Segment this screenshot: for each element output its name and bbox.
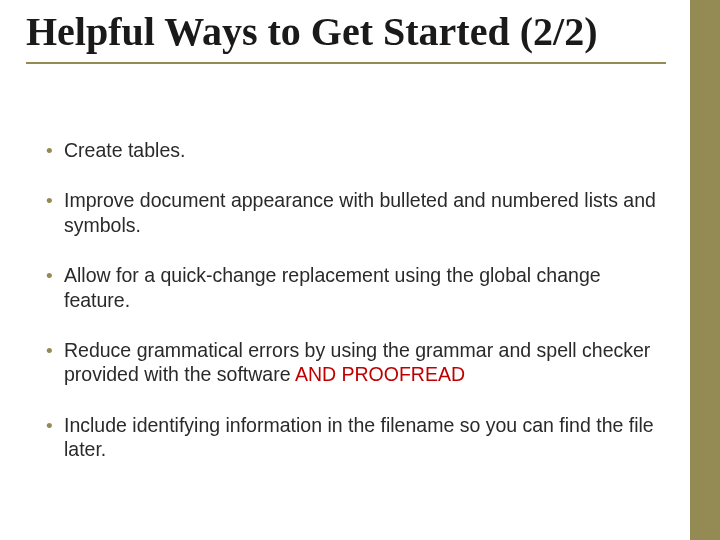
list-item-text: Allow for a quick-change replacement usi… [64, 264, 601, 310]
list-item: • Create tables. [46, 138, 656, 162]
list-item-text: Include identifying information in the f… [64, 414, 654, 460]
bullet-icon: • [46, 189, 53, 213]
bullet-icon: • [46, 414, 53, 438]
list-item: • Reduce grammatical errors by using the… [46, 338, 656, 387]
bullet-icon: • [46, 264, 53, 288]
list-item-text: Create tables. [64, 139, 185, 161]
list-item-emphasis: AND PROOFREAD [295, 363, 465, 385]
list-item: • Include identifying information in the… [46, 413, 656, 462]
slide-title: Helpful Ways to Get Started (2/2) [26, 8, 666, 64]
side-accent-bar [690, 0, 720, 540]
slide: Helpful Ways to Get Started (2/2) • Crea… [0, 0, 720, 540]
bullet-icon: • [46, 339, 53, 363]
list-item: • Allow for a quick-change replacement u… [46, 263, 656, 312]
bullet-list: • Create tables. • Improve document appe… [46, 138, 656, 487]
list-item: • Improve document appearance with bulle… [46, 188, 656, 237]
list-item-text: Improve document appearance with bullete… [64, 189, 656, 235]
bullet-icon: • [46, 139, 53, 163]
